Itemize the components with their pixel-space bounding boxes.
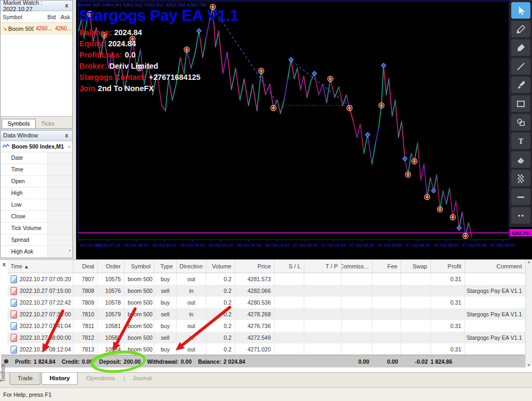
- history-row[interactable]: 2022.10.27 07:38:00781010579boom 500 ...…: [7, 308, 526, 320]
- svg-text:T: T: [518, 137, 523, 145]
- history-row[interactable]: 2022.10.27 07:05:20780710575boom 500 ...…: [7, 273, 526, 285]
- history-table: Time ▲DealOrderSymbolTypeDirectionVolume…: [7, 260, 526, 355]
- field-label: High Ask: [1, 246, 47, 257]
- close-icon[interactable]: x: [1, 261, 7, 267]
- cell-time: 2022.10.27 07:38:00: [7, 308, 73, 320]
- column-header-time[interactable]: Time ▲: [7, 260, 73, 273]
- column-ask[interactable]: Ask: [58, 14, 72, 20]
- signal-marker-blue: [403, 157, 407, 161]
- column-header-profit[interactable]: Profit: [431, 260, 465, 273]
- scroll-down-icon[interactable]: ▼: [527, 363, 531, 367]
- symbol-row-boom500[interactable]: ↘ Boom 500 I... 4260... 4260...: [1, 23, 72, 35]
- time-axis-label: 27 Oct 06:01: [434, 243, 459, 248]
- tab-history[interactable]: History: [41, 373, 78, 385]
- chart-area[interactable]: Boom 500 Index,M1 4262.912 4262.912 4262…: [76, 0, 532, 259]
- cell-profit: 0.31: [431, 273, 465, 285]
- cell-volume: 0.2: [206, 332, 235, 343]
- trend-down-icon: ↘: [1, 26, 8, 31]
- toolbox-vertical-label[interactable]: Toolbox: [0, 364, 6, 382]
- scroll-down-icon[interactable]: ▼: [68, 249, 71, 252]
- history-row[interactable]: 2022.10.27 07:41:04781110581boom 500 ...…: [7, 320, 526, 332]
- close-icon[interactable]: x: [63, 133, 70, 138]
- brush-icon[interactable]: [511, 77, 530, 93]
- cursor-icon[interactable]: [511, 2, 530, 19]
- column-header-price[interactable]: Price: [235, 260, 275, 273]
- column-symbol[interactable]: Symbol: [1, 14, 36, 20]
- history-row[interactable]: 2022.10.27 08:00:00781210582boom 500 ...…: [7, 332, 526, 343]
- cell-price: 4281.573: [235, 273, 275, 285]
- tab-ticks[interactable]: Ticks: [36, 119, 60, 128]
- field-label: Low: [1, 199, 47, 210]
- column-header-deal[interactable]: Deal: [73, 260, 98, 273]
- close-icon[interactable]: x: [63, 3, 70, 9]
- column-header-swap[interactable]: Swap: [401, 260, 431, 273]
- column-header-direction[interactable]: Direction: [177, 260, 206, 273]
- market-watch-titlebar[interactable]: Market Watch : 2022.10.27 x: [1, 1, 72, 11]
- tab-symbols[interactable]: Symbols: [2, 119, 36, 128]
- toolbox-tabbar: Trade History Operations | Journal: [0, 372, 532, 387]
- cell-sl: [275, 343, 304, 355]
- cell-volume: 0.2: [206, 273, 235, 285]
- column-bid[interactable]: Bid: [36, 14, 58, 20]
- cell-deal: 7811: [73, 320, 98, 332]
- tab-trade[interactable]: Trade: [10, 373, 40, 385]
- column-header-type[interactable]: Type: [154, 260, 177, 273]
- cell-time: 2022.10.27 07:41:04: [7, 320, 73, 332]
- pattern-icon[interactable]: [511, 170, 530, 186]
- signal-marker-blue: [431, 189, 436, 193]
- scroll-up-icon[interactable]: ▲: [68, 145, 72, 148]
- tab-operations[interactable]: Operations: [79, 373, 122, 384]
- cell-sl: [275, 273, 304, 285]
- drawing-toolbar: T: [510, 0, 532, 227]
- data-window-row: Spread: [1, 234, 72, 246]
- column-header-commission[interactable]: Commiss...: [342, 260, 372, 273]
- cell-deal: 7813: [73, 343, 98, 355]
- cell-direction: in: [177, 308, 206, 320]
- shapes-icon[interactable]: [511, 114, 530, 130]
- cell-order: 10578: [98, 297, 124, 308]
- column-header-comment[interactable]: Comment: [465, 260, 526, 273]
- field-value: [47, 211, 72, 222]
- data-window-panel: Data Window x Boom 500 Index,M1 ▲ DateTi…: [0, 130, 73, 258]
- eraser-icon[interactable]: [511, 151, 530, 168]
- cell-tp: [304, 273, 342, 285]
- field-value: [47, 187, 72, 199]
- text-icon[interactable]: T: [511, 133, 530, 149]
- summary-total-profit-value: 1 824.86: [410, 358, 452, 365]
- cell-sl: [275, 308, 304, 320]
- column-header-tp[interactable]: T / P: [304, 260, 342, 273]
- data-window-row: High Ask▼: [1, 246, 72, 258]
- dots-icon[interactable]: [511, 207, 530, 224]
- history-row[interactable]: 2022.10.27 08:12:04781310584boom 500 ...…: [7, 343, 526, 355]
- marker-icon[interactable]: [511, 39, 530, 56]
- history-row[interactable]: 2022.10.27 07:15:00780810576boom 500 ...…: [7, 285, 526, 297]
- buy-deal-icon: [11, 346, 17, 354]
- cell-profit: 0.31: [431, 320, 465, 332]
- summary-credit-value: 0.00: [82, 358, 93, 365]
- column-header-volume[interactable]: Volume: [206, 260, 235, 273]
- column-header-order[interactable]: Order: [98, 260, 124, 273]
- history-row[interactable]: 2022.10.27 07:22:42780910578boom 500 ...…: [7, 297, 526, 308]
- column-header-fee[interactable]: Fee: [372, 260, 401, 273]
- cell-symbol: boom 500 ...: [124, 308, 154, 320]
- tab-journal[interactable]: Journal: [125, 373, 159, 384]
- horizontal-line-icon[interactable]: [511, 189, 530, 205]
- pencil-icon[interactable]: [511, 21, 530, 37]
- history-scrollbar[interactable]: ▲ ▼: [525, 260, 532, 367]
- data-window-titlebar[interactable]: Data Window x: [1, 130, 72, 141]
- column-header-symbol[interactable]: Symbol: [124, 260, 154, 273]
- signal-marker-orange: [347, 106, 351, 110]
- field-value: [47, 176, 72, 187]
- rectangle-icon[interactable]: [511, 95, 530, 112]
- summary-profit-label: Profit:: [15, 358, 31, 365]
- cell-time: 2022.10.27 07:22:42: [7, 297, 73, 308]
- line-icon[interactable]: [511, 58, 530, 75]
- cell-commission: [342, 273, 372, 285]
- status-text: For Help, press F1: [3, 391, 52, 398]
- time-axis-label: 26 Oct 22:33: [237, 243, 261, 248]
- cell-time: 2022.10.27 08:12:04: [7, 343, 73, 355]
- column-header-sl[interactable]: S / L: [275, 260, 304, 273]
- scroll-up-icon[interactable]: ▲: [527, 260, 531, 264]
- data-window-instrument[interactable]: Boom 500 Index,M1 ▲: [1, 141, 72, 152]
- data-window-row: Low: [1, 199, 72, 211]
